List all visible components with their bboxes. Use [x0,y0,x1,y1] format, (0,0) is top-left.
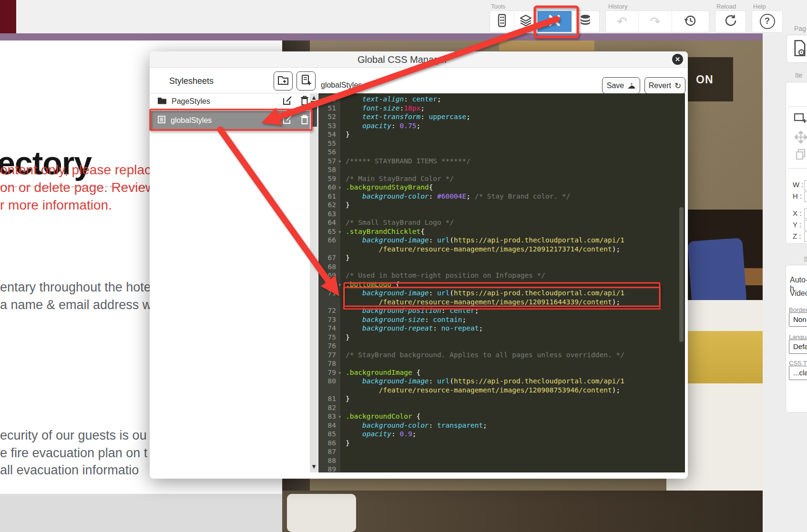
revert-button[interactable]: Revert ↻ [644,77,685,94]
code-line-65[interactable]: 65▾.stayBrandChicklet{ [318,227,685,236]
stylesheet-list-scrollbar[interactable]: ▲ ▼ [310,93,318,472]
height-field[interactable] [804,191,807,202]
database-button[interactable] [572,11,599,32]
help-button[interactable]: ? [752,11,782,32]
modal-titlebar: Global CSS Manager [150,51,688,68]
edit-icon[interactable] [282,114,293,127]
code-line-66[interactable]: 66 background-image: url(https://api-pro… [318,236,685,253]
code-line-53[interactable]: 53 opacity: 0.75; [318,121,685,130]
code-line-86[interactable]: 86} [318,439,685,448]
save-button[interactable]: Save ☁↑ [602,77,640,94]
code-line-68[interactable]: 68 [318,262,685,271]
history-group: ↶ ↷ [605,10,709,32]
width-field[interactable] [804,180,807,191]
item-settings-panel: Auto-h Video Border Non Langua Defa CSS … [786,265,807,412]
code-line-83[interactable]: 83▾.backgroundColor { [318,412,685,421]
stylesheet-row-globalstyles[interactable]: globalStyles [150,111,310,130]
z-field[interactable] [804,231,807,242]
layers-button[interactable] [514,11,538,32]
code-line-58[interactable]: 58 [318,165,685,174]
css-code-editor[interactable]: 50 text-align: center;51 font-size:18px;… [318,93,685,472]
code-line-60[interactable]: 60▾.backgroundStayBrand{ [318,183,685,192]
fold-arrow-icon[interactable]: ▾ [338,369,341,378]
scroll-down-icon[interactable]: ▼ [311,464,317,469]
warning-text-line: ontent only, please replac [0,161,151,179]
code-line-78[interactable]: 78 [318,359,685,368]
add-folder-button[interactable] [274,71,293,90]
code-line-88[interactable]: 88 [318,456,685,465]
editor-scrollbar-thumb[interactable] [679,207,684,342]
undo-button[interactable]: ↶ [606,11,639,32]
history-button[interactable] [672,11,709,32]
reload-button[interactable] [715,11,746,32]
code-line-87[interactable]: 87 [318,447,685,456]
y-field[interactable] [804,220,807,231]
code-line-79[interactable]: 79▾.backgroundImage { [318,368,685,377]
code-line-89[interactable]: 89 [318,465,685,472]
redo-button[interactable]: ↷ [639,11,672,32]
code-line-64[interactable]: 64/* Small StayBrand Logo */ [318,218,685,227]
history-clock-icon [684,14,697,29]
fold-arrow-icon[interactable]: ▾ [338,281,341,290]
edit-icon[interactable] [282,95,293,108]
code-line-84[interactable]: 84 background-color: transparent; [318,421,685,430]
add-stylesheet-button[interactable] [296,71,316,90]
move-icon[interactable] [795,131,807,145]
fold-arrow-icon[interactable]: ▾ [338,183,341,192]
code-line-50[interactable]: 50 text-align: center; [318,95,685,104]
help-icon: ? [760,14,775,29]
code-line-56[interactable]: 56 [318,148,685,157]
code-line-61[interactable]: 61 background-color: #60004E; /* Stay Br… [318,192,685,201]
code-line-62[interactable]: 62} [318,201,685,210]
x-field[interactable] [804,209,807,219]
code-line-72[interactable]: 72 background-position: center; [318,306,685,315]
scrollbar-thumb[interactable] [311,101,317,127]
code-line-71[interactable]: 71 background-image: url(https://api-pro… [318,289,685,306]
code-line-80[interactable]: 80 background-image: url(https://api-pro… [318,377,685,394]
app-screen: ectory ontent only, please replac on or … [0,0,807,532]
fold-arrow-icon[interactable]: ▾ [338,228,341,237]
global-css-manager-modal: Global CSS Manager ✕ Stylesheets globalS… [150,51,688,479]
code-line-82[interactable]: 82 [318,403,685,412]
stylesheet-row-pagestyles[interactable]: PageStyles [150,92,310,111]
code-line-76[interactable]: 76 [318,341,685,351]
code-line-81[interactable]: 81} [318,394,685,403]
copy-icon[interactable] [795,148,807,162]
fold-arrow-icon[interactable]: ▾ [338,412,341,422]
add-item-icon[interactable] [794,112,807,126]
code-line-77[interactable]: 77/* StayBrand background. Applies to al… [318,351,685,360]
code-line-63[interactable]: 63 [318,210,685,219]
code-line-70[interactable]: 70▾.bottomLogo { [318,280,685,289]
code-line-51[interactable]: 51 font-size:18px; [318,104,685,113]
design-tools-icon [547,13,562,30]
code-line-85[interactable]: 85 opacity: 0.9; [318,430,685,439]
code-line-54[interactable]: 54} [318,130,685,139]
language-select[interactable]: Defa [789,340,807,354]
reload-icon [724,14,737,29]
code-line-52[interactable]: 52 text-transform: uppercase; [318,112,685,121]
css-theme-input[interactable]: ...clas [789,366,807,380]
close-icon[interactable]: ✕ [672,54,683,65]
code-line-59[interactable]: 59/* Main StayBrand Color */ [318,174,685,183]
code-line-67[interactable]: 67} [318,253,685,262]
tools-group [490,10,600,32]
design-tools-button[interactable] [538,11,572,32]
code-line-55[interactable]: 55 [318,139,685,148]
z-label: Z : [793,232,801,240]
code-line-69[interactable]: 69/* Used in bottom-right position on In… [318,271,685,280]
x-label: X : [793,209,801,217]
scroll-up-icon[interactable]: ▲ [311,95,317,100]
remote-keypad-button[interactable] [490,11,514,32]
blue-pillow [687,238,746,308]
code-line-75[interactable]: 75} [318,333,685,342]
revert-button-label: Revert [649,81,671,90]
border-select[interactable]: Non [789,312,807,327]
code-line-57[interactable]: 57▾/***** STAYBRAND ITEMS ******/ [318,157,685,166]
page-settings-button[interactable] [787,35,807,63]
delete-icon[interactable] [300,114,309,127]
delete-icon[interactable] [300,95,309,108]
row-actions [282,95,309,108]
fold-arrow-icon[interactable]: ▾ [338,157,341,166]
code-line-73[interactable]: 73 background-size: contain; [318,315,685,324]
code-line-74[interactable]: 74 background-repeat: no-repeat; [318,324,685,333]
